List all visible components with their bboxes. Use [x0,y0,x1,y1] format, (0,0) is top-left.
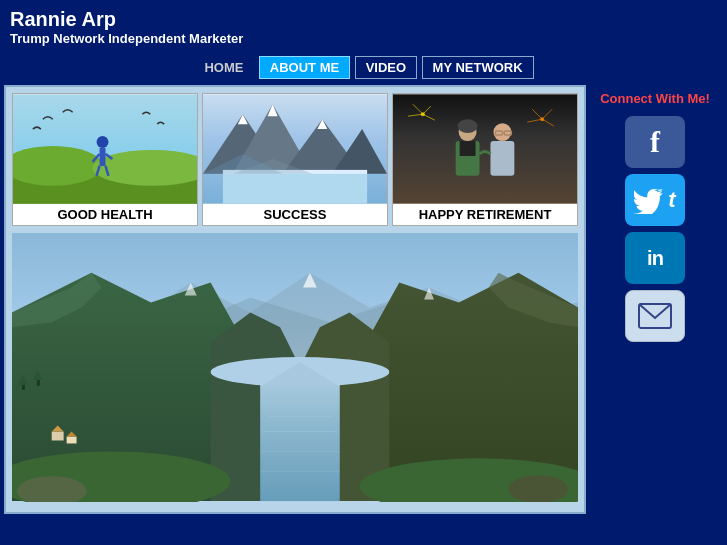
photo-good-health: GOOD HEALTH [12,93,198,226]
svg-rect-6 [100,148,106,166]
photo-success: SUCCESS [202,93,388,226]
facebook-icon[interactable]: f [625,116,685,168]
nav-home[interactable]: HOME [193,56,254,79]
svg-rect-37 [460,141,476,156]
large-photo-container [12,232,578,506]
nav-about[interactable]: ABOUT ME [259,56,350,79]
main-layout: GOOD HEALTH [0,85,727,518]
nav-video[interactable]: VIDEO [355,56,417,79]
connect-label: Connect With Me! [600,91,710,106]
twitter-icon[interactable]: t [625,174,685,226]
linkedin-icon[interactable]: in [625,232,685,284]
photo-label-health: GOOD HEALTH [13,204,197,225]
large-landscape [12,232,578,502]
photo-label-retirement: HAPPY RETIREMENT [393,204,577,225]
svg-rect-70 [67,437,77,444]
svg-point-5 [97,136,109,148]
svg-rect-42 [490,141,514,176]
site-title: Rannie Arp [10,8,717,31]
sidebar: Connect With Me! f t in [590,85,720,518]
site-header: Rannie Arp Trump Network Independent Mar… [0,0,727,50]
email-icon[interactable] [625,290,685,342]
site-subtitle: Trump Network Independent Marketer [10,31,717,46]
photo-row: GOOD HEALTH [6,87,584,226]
svg-point-35 [458,119,478,133]
content-area: GOOD HEALTH [4,85,586,514]
photo-label-success: SUCCESS [203,204,387,225]
svg-rect-19 [223,172,367,204]
nav-mynetwork[interactable]: MY NETWORK [422,56,534,79]
svg-rect-68 [52,432,64,441]
svg-rect-23 [393,94,577,203]
svg-point-67 [508,475,568,502]
photo-retirement: HAPPY RETIREMENT [392,93,578,226]
navigation: HOME ABOUT ME VIDEO MY NETWORK [0,50,727,85]
